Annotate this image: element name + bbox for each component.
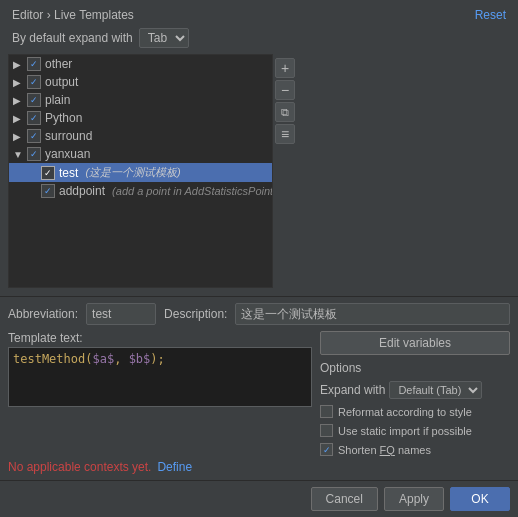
expand-with-options-select[interactable]: Default (Tab) [389, 381, 482, 399]
arrow-yanxuan: ▼ [13, 149, 27, 160]
add-template-button[interactable]: + [275, 58, 295, 78]
ok-button[interactable]: OK [450, 487, 510, 511]
semicolon: ); [150, 352, 164, 366]
template-text-editor[interactable]: testMethod($a$, $b$); [8, 347, 312, 407]
expand-with-options-label: Expand with [320, 383, 385, 397]
description-label: Description: [164, 307, 227, 321]
reset-link[interactable]: Reset [475, 8, 506, 22]
fields-row: Abbreviation: Description: [8, 303, 510, 325]
tree-item-python[interactable]: ▶ ✓ Python [9, 109, 272, 127]
check-yanxuan[interactable]: ✓ [27, 147, 41, 161]
check-python[interactable]: ✓ [27, 111, 41, 125]
static-checkbox[interactable] [320, 424, 333, 437]
arrow-python: ▶ [13, 113, 27, 124]
label-surround: surround [45, 129, 92, 143]
tree-item-addpoint[interactable]: ✓ addpoint (add a point in AddStatistics… [9, 182, 272, 200]
label-test: test [59, 166, 78, 180]
checkbox-static: Use static import if possible [320, 424, 510, 437]
no-context-text: No applicable contexts yet. [8, 460, 151, 474]
tree-item-yanxuan[interactable]: ▼ ✓ yanxuan [9, 145, 272, 163]
define-link[interactable]: Define [157, 460, 192, 474]
cancel-button[interactable]: Cancel [311, 487, 378, 511]
live-templates-dialog: Editor › Live Templates Reset By default… [0, 0, 518, 517]
tree-panel: ▶ ✓ other ▶ ✓ output ▶ ✓ plain ▶ ✓ Pytho… [8, 54, 273, 288]
reformat-label: Reformat according to style [338, 406, 472, 418]
bottom-panel: Abbreviation: Description: Template text… [0, 296, 518, 480]
check-surround[interactable]: ✓ [27, 129, 41, 143]
check-addpoint[interactable]: ✓ [41, 184, 55, 198]
arrow-other: ▶ [13, 59, 27, 70]
dialog-header: Editor › Live Templates Reset [0, 0, 518, 26]
tree-item-other[interactable]: ▶ ✓ other [9, 55, 272, 73]
tree-item-output[interactable]: ▶ ✓ output [9, 73, 272, 91]
shorten-checkbox[interactable]: ✓ [320, 443, 333, 456]
var-b: $b$ [129, 352, 151, 366]
checkbox-shorten: ✓ Shorten FQ names [320, 443, 510, 456]
template-text-label: Template text: [8, 331, 312, 345]
label-addpoint: addpoint [59, 184, 105, 198]
check-plain[interactable]: ✓ [27, 93, 41, 107]
arrow-surround: ▶ [13, 131, 27, 142]
label-python: Python [45, 111, 82, 125]
dialog-footer: Cancel Apply OK [0, 480, 518, 517]
expand-with-label: By default expand with [12, 31, 133, 45]
remove-template-button[interactable]: − [275, 80, 295, 100]
check-test[interactable]: ✓ [41, 166, 55, 180]
main-area: ▶ ✓ other ▶ ✓ output ▶ ✓ plain ▶ ✓ Pytho… [0, 54, 518, 296]
check-output[interactable]: ✓ [27, 75, 41, 89]
tree-item-plain[interactable]: ▶ ✓ plain [9, 91, 272, 109]
contexts-row: No applicable contexts yet. Define [8, 460, 510, 474]
expand-with-options-row: Expand with Default (Tab) [320, 381, 510, 399]
shorten-label: Shorten FQ names [338, 444, 431, 456]
reformat-checkbox[interactable] [320, 405, 333, 418]
check-other[interactable]: ✓ [27, 57, 41, 71]
abbreviation-label: Abbreviation: [8, 307, 78, 321]
tree-item-test[interactable]: ✓ test (这是一个测试模板) [9, 163, 272, 182]
sidebar-actions: + − ⧉ ≡ [273, 54, 295, 296]
desc-test: (这是一个测试模板) [82, 165, 180, 180]
description-input[interactable] [235, 303, 510, 325]
abbreviation-input[interactable] [86, 303, 156, 325]
var-a: $a$ [92, 352, 114, 366]
label-other: other [45, 57, 72, 71]
label-yanxuan: yanxuan [45, 147, 90, 161]
options-label: Options [320, 361, 510, 375]
label-output: output [45, 75, 78, 89]
expand-with-row: By default expand with Tab [0, 26, 518, 54]
template-right: Edit variables Options Expand with Defau… [320, 331, 510, 456]
label-plain: plain [45, 93, 70, 107]
checkbox-reformat: Reformat according to style [320, 405, 510, 418]
breadcrumb: Editor › Live Templates [12, 8, 134, 22]
comma: , [114, 352, 128, 366]
template-left: Template text: testMethod($a$, $b$); [8, 331, 312, 456]
tree-item-surround[interactable]: ▶ ✓ surround [9, 127, 272, 145]
menu-template-button[interactable]: ≡ [275, 124, 295, 144]
template-code: testMethod( [13, 352, 92, 366]
desc-addpoint: (add a point in AddStatisticsPointUtil) [109, 185, 273, 197]
apply-button[interactable]: Apply [384, 487, 444, 511]
template-area: Template text: testMethod($a$, $b$); Edi… [8, 331, 510, 456]
arrow-plain: ▶ [13, 95, 27, 106]
expand-with-select[interactable]: Tab [139, 28, 189, 48]
edit-variables-button[interactable]: Edit variables [320, 331, 510, 355]
copy-template-button[interactable]: ⧉ [275, 102, 295, 122]
arrow-output: ▶ [13, 77, 27, 88]
static-label: Use static import if possible [338, 425, 472, 437]
